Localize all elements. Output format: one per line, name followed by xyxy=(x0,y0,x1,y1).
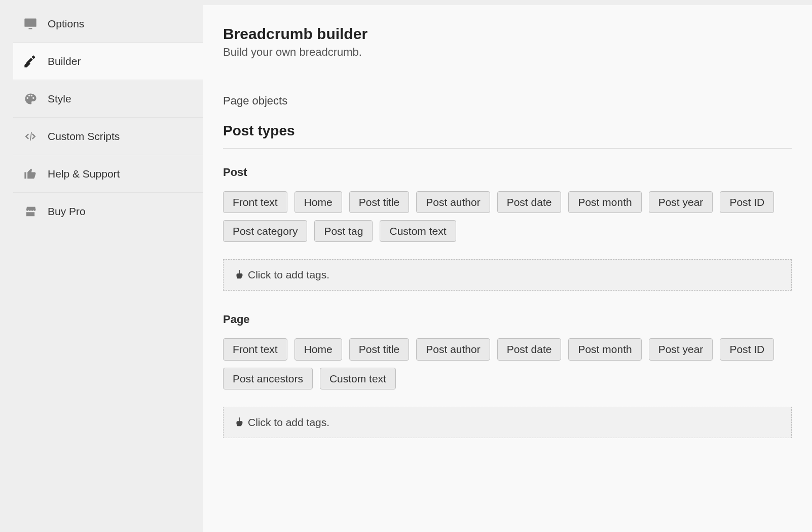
sidebar: Options Builder Style Custom Scripts Hel xyxy=(0,5,203,532)
sidebar-item-label: Options xyxy=(48,18,84,30)
sidebar-item-label: Custom Scripts xyxy=(48,130,120,143)
sidebar-item-style[interactable]: Style xyxy=(13,80,203,118)
drop-zone-page[interactable]: Click to add tags. xyxy=(223,407,792,438)
tag-post-tag[interactable]: Post tag xyxy=(314,220,373,242)
tag-post-month[interactable]: Post month xyxy=(568,191,641,213)
tag-post-date[interactable]: Post date xyxy=(497,191,562,213)
sidebar-item-options[interactable]: Options xyxy=(13,5,203,43)
store-icon xyxy=(23,204,38,219)
sidebar-item-label: Buy Pro xyxy=(48,205,86,218)
tag-post-id[interactable]: Post ID xyxy=(720,338,774,360)
tag-post-title[interactable]: Post title xyxy=(349,338,410,360)
tag-post-category[interactable]: Post category xyxy=(223,220,307,242)
sidebar-item-custom-scripts[interactable]: Custom Scripts xyxy=(13,118,203,155)
tag-home[interactable]: Home xyxy=(294,191,342,213)
sidebar-item-help-support[interactable]: Help & Support xyxy=(13,155,203,193)
drop-zone-label: Click to add tags. xyxy=(248,269,329,281)
tag-custom-text[interactable]: Custom text xyxy=(380,220,456,242)
tag-home[interactable]: Home xyxy=(294,338,342,360)
section-heading-post-types: Post types xyxy=(223,123,792,149)
tag-post-author[interactable]: Post author xyxy=(416,338,490,360)
tag-post-year[interactable]: Post year xyxy=(649,338,713,360)
ruler-pencil-icon xyxy=(23,54,38,68)
section-label-page-objects: Page objects xyxy=(223,94,792,108)
pointer-icon xyxy=(234,269,245,280)
tag-custom-text[interactable]: Custom text xyxy=(320,368,396,389)
palette-icon xyxy=(23,92,38,106)
group-label-post: Post xyxy=(223,166,792,179)
tag-post-month[interactable]: Post month xyxy=(568,338,641,360)
tag-post-id[interactable]: Post ID xyxy=(720,191,774,213)
tag-front-text[interactable]: Front text xyxy=(223,191,287,213)
sidebar-item-buy-pro[interactable]: Buy Pro xyxy=(13,193,203,230)
tag-row-page: Front text Home Post title Post author P… xyxy=(223,338,792,389)
code-icon xyxy=(23,129,38,144)
sidebar-item-label: Help & Support xyxy=(48,168,120,180)
tag-post-year[interactable]: Post year xyxy=(649,191,713,213)
sidebar-item-label: Builder xyxy=(48,55,81,67)
tag-row-post: Front text Home Post title Post author P… xyxy=(223,191,792,242)
monitor-code-icon xyxy=(23,17,38,31)
group-label-page: Page xyxy=(223,313,792,326)
tag-post-ancestors[interactable]: Post ancestors xyxy=(223,368,313,389)
tag-front-text[interactable]: Front text xyxy=(223,338,287,360)
sidebar-item-builder[interactable]: Builder xyxy=(13,43,203,80)
pointer-icon xyxy=(234,417,245,428)
page-subtitle: Build your own breadcrumb. xyxy=(223,46,792,59)
tag-post-author[interactable]: Post author xyxy=(416,191,490,213)
thumbs-up-icon xyxy=(23,167,38,181)
main-content: Breadcrumb builder Build your own breadc… xyxy=(203,5,812,532)
sidebar-item-label: Style xyxy=(48,93,71,105)
drop-zone-post[interactable]: Click to add tags. xyxy=(223,259,792,291)
page-title: Breadcrumb builder xyxy=(223,25,792,43)
tag-post-date[interactable]: Post date xyxy=(497,338,562,360)
drop-zone-label: Click to add tags. xyxy=(248,416,329,429)
tag-post-title[interactable]: Post title xyxy=(349,191,410,213)
